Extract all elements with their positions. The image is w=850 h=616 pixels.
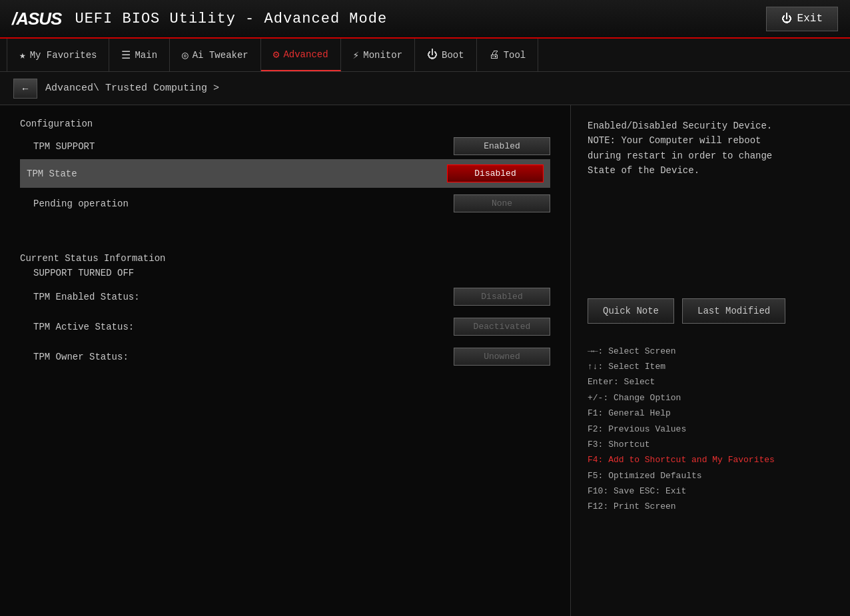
tpm-owner-row[interactable]: TPM Owner Status: Unowned (33, 344, 550, 370)
navigation-bar: ★ My Favorites ☰ Main ◎ Ai Tweaker ⚙ Adv… (0, 39, 850, 72)
shortcut-f4: F4: Add to Shortcut and My Favorites (588, 452, 833, 467)
shortcut-f12: F12: Print Screen (588, 499, 833, 514)
exit-button[interactable]: ⏻ Exit (766, 7, 838, 31)
help-text-content: Enabled/Disabled Security Device. NOTE: … (588, 121, 772, 176)
shortcut-enter: Enter: Select (588, 374, 833, 390)
shortcut-f1: F1: General Help (588, 406, 833, 421)
exit-label: Exit (797, 13, 823, 25)
header-left: /ASUS UEFI BIOS Utility - Advanced Mode (12, 9, 387, 29)
boot-icon: ⏻ (427, 49, 438, 61)
shortcut-change-option: +/-: Change Option (588, 390, 833, 406)
action-buttons-row: Quick Note Last Modified (588, 298, 833, 324)
shortcut-f3: F3: Shortcut (588, 437, 833, 452)
body-area: Configuration TPM SUPPORT Enabled TPM St… (0, 105, 850, 616)
pending-op-row[interactable]: Pending operation None (33, 190, 550, 216)
current-status-label: Current Status Information (20, 253, 550, 264)
shortcut-select-item: ↑↓: Select Item (588, 359, 833, 374)
nav-label-advanced: Advanced (283, 49, 328, 60)
tpm-state-value-button[interactable]: Disabled (447, 164, 544, 182)
tpm-owner-value-button[interactable]: Unowned (454, 348, 550, 366)
nav-item-boot[interactable]: ⏻ Boot (415, 39, 477, 71)
left-content: Configuration TPM SUPPORT Enabled TPM St… (0, 105, 570, 616)
main-icon: ☰ (121, 49, 131, 62)
breadcrumb-bar: ← Advanced\ Trusted Computing > (0, 72, 850, 105)
bios-title: UEFI BIOS Utility - Advanced Mode (75, 11, 387, 27)
quick-note-button[interactable]: Quick Note (588, 298, 674, 324)
tpm-support-value-button[interactable]: Enabled (454, 137, 550, 155)
ai-tweaker-icon: ◎ (182, 49, 189, 62)
tpm-enabled-label: TPM Enabled Status: (33, 292, 140, 302)
tpm-active-row[interactable]: TPM Active Status: Deactivated (33, 314, 550, 340)
nav-label-favorites: My Favorites (30, 50, 97, 61)
current-status-section: Current Status Information SUPPORT TURNE… (20, 253, 550, 370)
shortcut-select-screen: →←: Select Screen (588, 344, 833, 359)
nav-item-ai-tweaker[interactable]: ◎ Ai Tweaker (170, 39, 261, 71)
nav-label-monitor: Monitor (363, 50, 402, 61)
pending-op-value-button[interactable]: None (454, 194, 550, 212)
tpm-support-label: TPM SUPPORT (33, 141, 95, 152)
nav-item-tool[interactable]: 🖨 Tool (477, 39, 539, 71)
pending-op-label: Pending operation (33, 198, 129, 209)
monitor-icon: ⚡ (353, 49, 360, 62)
nav-label-tool: Tool (504, 50, 526, 61)
tpm-enabled-value-button[interactable]: Disabled (454, 288, 550, 306)
nav-item-favorites[interactable]: ★ My Favorites (7, 39, 109, 71)
favorites-icon: ★ (19, 49, 26, 62)
help-text: Enabled/Disabled Security Device. NOTE: … (588, 119, 833, 178)
shortcut-f5: F5: Optimized Defaults (588, 468, 833, 483)
breadcrumb: Advanced\ Trusted Computing > (45, 83, 219, 94)
asus-logo: /ASUS (12, 9, 61, 29)
back-icon: ← (21, 83, 30, 94)
right-panel: Enabled/Disabled Security Device. NOTE: … (570, 105, 850, 616)
tpm-support-row[interactable]: TPM SUPPORT Enabled (33, 133, 550, 159)
main-area: ← Advanced\ Trusted Computing > Configur… (0, 72, 850, 616)
tpm-active-value-button[interactable]: Deactivated (454, 318, 550, 336)
exit-icon: ⏻ (781, 13, 792, 25)
tpm-enabled-row[interactable]: TPM Enabled Status: Disabled (33, 284, 550, 310)
nav-label-main: Main (135, 50, 157, 61)
config-section-label: Configuration (20, 119, 550, 129)
tpm-state-row[interactable]: TPM State Disabled (20, 159, 550, 188)
support-turned-off-label: SUPPORT TURNED OFF (33, 268, 550, 278)
key-select-screen: →←: Select Screen (588, 346, 676, 356)
tpm-owner-label: TPM Owner Status: (33, 352, 129, 362)
nav-item-main[interactable]: ☰ Main (109, 39, 170, 71)
nav-label-boot: Boot (442, 50, 464, 61)
back-button[interactable]: ← (13, 79, 37, 99)
nav-item-monitor[interactable]: ⚡ Monitor (341, 39, 415, 71)
advanced-icon: ⚙ (273, 48, 280, 61)
shortcuts-panel: →←: Select Screen ↑↓: Select Item Enter:… (588, 344, 833, 515)
last-modified-button[interactable]: Last Modified (682, 298, 785, 324)
shortcut-f10: F10: Save ESC: Exit (588, 483, 833, 499)
nav-item-advanced[interactable]: ⚙ Advanced (261, 39, 341, 71)
nav-label-ai-tweaker: Ai Tweaker (193, 50, 248, 61)
tpm-state-label: TPM State (27, 168, 77, 179)
shortcut-f2: F2: Previous Values (588, 422, 833, 437)
tool-icon: 🖨 (489, 49, 500, 61)
tpm-active-label: TPM Active Status: (33, 322, 134, 332)
header-bar: /ASUS UEFI BIOS Utility - Advanced Mode … (0, 0, 850, 39)
